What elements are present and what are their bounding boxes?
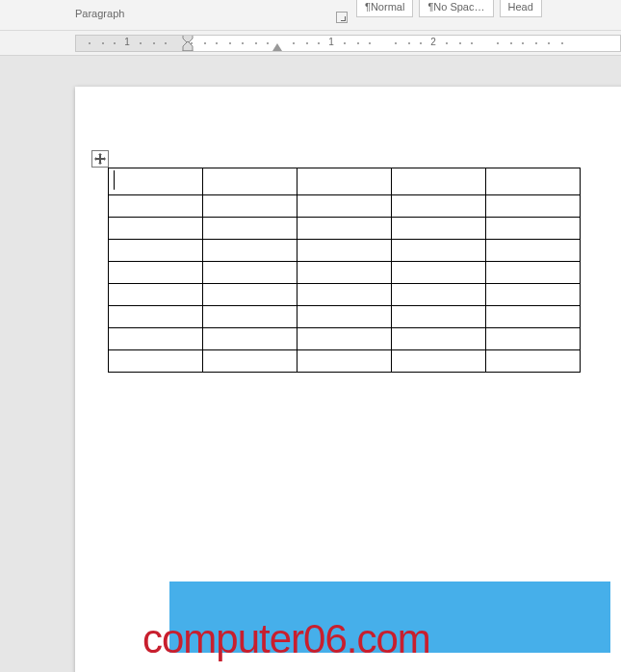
paragraph-dialog-launcher-icon[interactable] — [336, 12, 348, 23]
table-cell[interactable] — [392, 168, 486, 195]
table-cell[interactable] — [392, 218, 486, 240]
table-cell[interactable] — [392, 350, 486, 373]
table-row — [109, 262, 581, 284]
table-cell[interactable] — [109, 240, 203, 262]
table-cell[interactable] — [109, 262, 203, 284]
style-normal-label: Normal — [371, 1, 404, 13]
table-cell[interactable] — [203, 284, 298, 306]
ruler-number: 1 — [328, 37, 334, 47]
ruler-strip: 1 1 2 — [75, 35, 621, 52]
table-cell[interactable] — [109, 168, 203, 195]
table-row — [109, 218, 581, 240]
table-cell[interactable] — [298, 284, 392, 306]
style-no-spacing[interactable]: ¶ No Spac… — [419, 0, 493, 17]
table-cell[interactable] — [392, 306, 486, 328]
table-cell[interactable] — [109, 328, 203, 350]
table-cell[interactable] — [392, 240, 486, 262]
table-cell[interactable] — [203, 168, 298, 195]
svg-rect-2 — [183, 51, 193, 52]
table-cell[interactable] — [486, 195, 581, 218]
table-cell[interactable] — [203, 262, 298, 284]
style-heading[interactable]: Head — [500, 0, 542, 17]
table-cell[interactable] — [392, 328, 486, 350]
table-cell[interactable] — [203, 195, 298, 218]
table-cell[interactable] — [298, 168, 392, 195]
table-cell[interactable] — [298, 350, 392, 373]
table-cell[interactable] — [298, 240, 392, 262]
table-cell[interactable] — [486, 350, 581, 373]
table-cell[interactable] — [109, 284, 203, 306]
table-row — [109, 306, 581, 328]
document-area: computer06.com — [0, 56, 621, 672]
table-row — [109, 284, 581, 306]
table-row — [109, 195, 581, 218]
table-cell[interactable] — [298, 306, 392, 328]
table-cell[interactable] — [486, 240, 581, 262]
table-cell[interactable] — [203, 328, 298, 350]
table-cell[interactable] — [486, 168, 581, 195]
table-cell[interactable] — [298, 262, 392, 284]
table-cell[interactable] — [486, 262, 581, 284]
table-row — [109, 350, 581, 373]
table-cell[interactable] — [486, 284, 581, 306]
style-normal[interactable]: ¶ Normal — [356, 0, 413, 17]
document-table[interactable] — [108, 168, 581, 373]
table-cell[interactable] — [109, 350, 203, 373]
table-cell[interactable] — [109, 218, 203, 240]
table-cell[interactable] — [203, 240, 298, 262]
table-cell[interactable] — [109, 195, 203, 218]
table-cell[interactable] — [486, 218, 581, 240]
table-cell[interactable] — [298, 195, 392, 218]
table-move-handle-icon[interactable] — [91, 150, 109, 168]
table-row — [109, 168, 581, 195]
table-cell[interactable] — [109, 306, 203, 328]
style-no-spacing-label: No Spac… — [433, 1, 484, 13]
horizontal-ruler[interactable]: 1 1 2 — [0, 31, 621, 56]
table-row — [109, 240, 581, 262]
table-cell[interactable] — [486, 306, 581, 328]
text-cursor — [114, 170, 115, 190]
ruler-ticks: 1 1 2 — [76, 36, 620, 51]
hanging-indent-icon[interactable] — [272, 43, 282, 51]
paragraph-group-label: Paragraph — [75, 8, 124, 19]
watermark-text: computer06.com — [142, 616, 430, 662]
table-cell[interactable] — [203, 306, 298, 328]
styles-gallery: ¶ Normal ¶ No Spac… Head — [356, 0, 542, 17]
table-cell[interactable] — [298, 218, 392, 240]
table-cell[interactable] — [392, 195, 486, 218]
table-row — [109, 328, 581, 350]
ruler-number: 2 — [430, 37, 436, 47]
table-cell[interactable] — [203, 218, 298, 240]
table-cell[interactable] — [392, 284, 486, 306]
ribbon: ¶ Normal ¶ No Spac… Head Paragraph — [0, 0, 621, 31]
table-cell[interactable] — [203, 350, 298, 373]
table-cell[interactable] — [486, 328, 581, 350]
style-heading-label: Head — [508, 1, 533, 13]
table-cell[interactable] — [298, 328, 392, 350]
table-cell[interactable] — [392, 262, 486, 284]
ruler-number: 1 — [124, 37, 130, 47]
